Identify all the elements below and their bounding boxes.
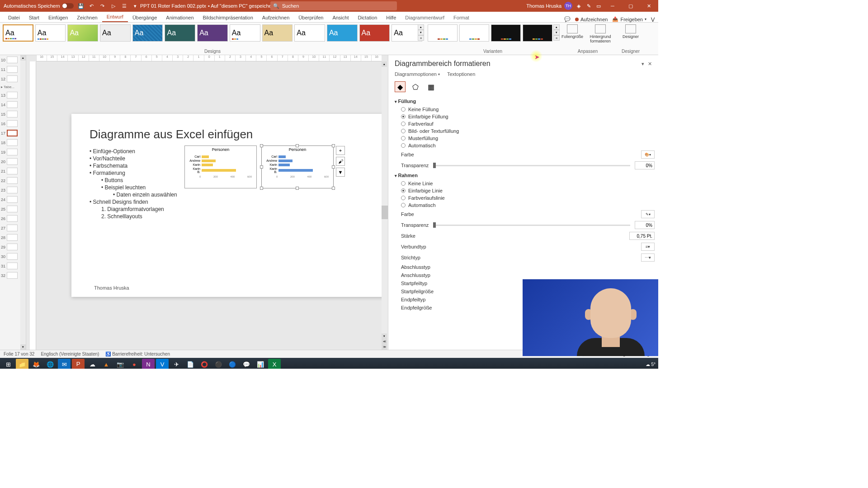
pen-icon[interactable]: ✎ bbox=[585, 2, 592, 9]
pane-close-button[interactable]: ✕ bbox=[648, 61, 652, 67]
slide-thumb[interactable]: 16 bbox=[0, 119, 20, 128]
redo-icon[interactable]: ↷ bbox=[99, 2, 106, 9]
slide-thumb[interactable]: 24 bbox=[0, 195, 20, 204]
start-button[interactable]: ⊞ bbox=[2, 359, 14, 369]
resize-handle[interactable] bbox=[260, 165, 263, 169]
slide-thumb[interactable]: 21 bbox=[0, 166, 20, 176]
slide-thumb[interactable]: 10 bbox=[0, 55, 20, 65]
resize-handle[interactable] bbox=[260, 144, 263, 147]
app-icon[interactable]: 🔵 bbox=[226, 359, 239, 369]
autosave-toggle[interactable]: Automatisches Speichern bbox=[4, 3, 74, 9]
save-icon[interactable]: 💾 bbox=[77, 2, 85, 9]
design-thumb[interactable]: Aa bbox=[359, 24, 390, 42]
tab-zeichnen[interactable]: Zeichnen bbox=[72, 13, 102, 22]
fill-gradient-radio[interactable]: Farbverlauf bbox=[395, 120, 655, 127]
slide-thumb[interactable]: 25 bbox=[0, 204, 20, 214]
variant-thumb[interactable] bbox=[523, 24, 552, 42]
scroll-thumb[interactable] bbox=[382, 206, 388, 219]
slide-thumb[interactable]: 20 bbox=[0, 157, 20, 166]
chart-styles-button[interactable]: 🖌 bbox=[336, 157, 345, 166]
line-auto-radio[interactable]: Automatisch bbox=[395, 202, 655, 209]
design-thumb[interactable]: Aa bbox=[35, 24, 66, 42]
chrome-icon[interactable]: 🌐 bbox=[44, 359, 57, 369]
fill-transparency-slider[interactable] bbox=[433, 165, 630, 166]
slide-thumb[interactable]: 28 bbox=[0, 233, 20, 242]
thumbs-scrollbar[interactable]: ▴ ▾ bbox=[20, 55, 26, 350]
design-thumb[interactable]: Aa bbox=[100, 24, 131, 42]
design-thumb[interactable]: Aa bbox=[230, 24, 260, 42]
resize-handle[interactable] bbox=[260, 187, 263, 190]
line-transparency-slider[interactable] bbox=[433, 225, 630, 226]
tab-aufzeichnen[interactable]: Aufzeichnen bbox=[258, 13, 294, 22]
search-input[interactable] bbox=[282, 3, 394, 9]
app-icon[interactable]: ● bbox=[128, 359, 141, 369]
tab-einfuegen[interactable]: Einfügen bbox=[44, 13, 72, 22]
scroll-down-button[interactable]: ▾ bbox=[20, 344, 26, 350]
compound-dropdown[interactable]: ≡▾ bbox=[641, 243, 655, 251]
line-gradient-radio[interactable]: Farbverlaufslinie bbox=[395, 194, 655, 202]
diamond-icon[interactable]: ◈ bbox=[575, 2, 582, 9]
excel-icon[interactable]: X bbox=[268, 359, 281, 369]
dash-dropdown[interactable]: ⋯▾ bbox=[641, 253, 655, 262]
slide-thumb[interactable]: 31 bbox=[0, 261, 20, 271]
gallery-up-button[interactable]: ▴ bbox=[418, 24, 424, 30]
scroll-down-button[interactable]: ▾ bbox=[382, 333, 387, 339]
scroll-up-button[interactable]: ▴ bbox=[20, 55, 26, 61]
slide-thumb[interactable]: 18 bbox=[0, 138, 20, 147]
resize-handle[interactable] bbox=[332, 144, 335, 147]
variant-thumb[interactable] bbox=[428, 24, 458, 42]
fill-auto-radio[interactable]: Automatisch bbox=[395, 142, 655, 149]
vscode-icon[interactable]: V bbox=[156, 359, 169, 369]
fill-none-radio[interactable]: Keine Füllung bbox=[395, 106, 655, 113]
file-explorer-icon[interactable]: 📁 bbox=[16, 359, 28, 369]
line-none-radio[interactable]: Keine Linie bbox=[395, 180, 655, 187]
slide-thumb[interactable]: 12 bbox=[0, 74, 20, 84]
powerpoint-icon[interactable]: P bbox=[72, 359, 85, 369]
variant-up-button[interactable]: ▴ bbox=[553, 24, 560, 30]
border-section-header[interactable]: Rahmen bbox=[395, 171, 655, 180]
record-button[interactable]: Aufzeichnen bbox=[575, 17, 608, 22]
telegram-icon[interactable]: ✈ bbox=[170, 359, 183, 369]
app-icon[interactable]: 📷 bbox=[114, 359, 127, 369]
tab-ansicht[interactable]: Ansicht bbox=[328, 13, 353, 22]
close-button[interactable]: ✕ bbox=[641, 0, 656, 12]
user-avatar[interactable]: TH bbox=[564, 2, 572, 10]
window-mode-icon[interactable]: ▭ bbox=[595, 2, 602, 9]
slide-thumb[interactable]: 27 bbox=[0, 223, 20, 233]
slide-thumb[interactable]: 29 bbox=[0, 242, 20, 252]
fill-solid-radio[interactable]: Einfarbige Füllung bbox=[395, 113, 655, 120]
slide-thumb[interactable]: 17 bbox=[0, 128, 20, 138]
maximize-button[interactable]: ▢ bbox=[623, 0, 638, 12]
tab-animationen[interactable]: Animationen bbox=[161, 13, 198, 22]
fill-section-header[interactable]: Füllung bbox=[395, 97, 655, 106]
design-thumb[interactable]: Aa bbox=[3, 24, 33, 42]
design-thumb[interactable]: Aa bbox=[327, 24, 358, 42]
tab-format[interactable]: Format bbox=[449, 13, 474, 22]
app-icon[interactable]: 💬 bbox=[240, 359, 253, 369]
chart-elements-button[interactable]: + bbox=[336, 146, 345, 155]
design-thumb[interactable]: Aa bbox=[197, 24, 228, 42]
app-icon[interactable]: ☁ bbox=[86, 359, 99, 369]
search-box[interactable]: 🔍 bbox=[270, 1, 397, 10]
design-thumb[interactable]: Aa bbox=[67, 24, 98, 42]
tab-uebergaenge[interactable]: Übergänge bbox=[128, 13, 161, 22]
chart-options-tab[interactable]: Diagrammoptionen ▾ bbox=[395, 71, 440, 77]
vlc-icon[interactable]: ▲ bbox=[100, 359, 113, 369]
resize-handle[interactable] bbox=[332, 187, 335, 190]
fill-transparency-input[interactable] bbox=[635, 161, 655, 169]
slide-thumb[interactable]: 26 bbox=[0, 214, 20, 223]
firefox-icon[interactable]: 🦊 bbox=[30, 359, 42, 369]
onenote-icon[interactable]: N bbox=[142, 359, 155, 369]
gallery-down-button[interactable]: ▾ bbox=[418, 30, 424, 35]
language-indicator[interactable]: Englisch (Vereinigte Staaten) bbox=[41, 352, 99, 357]
chart-filter-button[interactable]: ▼ bbox=[336, 168, 345, 177]
slide-thumb[interactable]: 19 bbox=[0, 147, 20, 157]
line-solid-radio[interactable]: Einfarbige Linie bbox=[395, 187, 655, 194]
scroll-up-button[interactable]: ▴ bbox=[382, 61, 387, 67]
weather-widget[interactable]: ☁ 5° bbox=[646, 362, 656, 367]
slide-thumb[interactable]: 22 bbox=[0, 176, 20, 185]
chart-1[interactable]: Personen CarlAndrewKarinKarin B. 0200400… bbox=[184, 145, 257, 188]
toggle-switch[interactable] bbox=[62, 3, 74, 9]
design-thumb[interactable]: Aa bbox=[262, 24, 293, 42]
tab-hilfe[interactable]: Hilfe bbox=[382, 13, 401, 22]
